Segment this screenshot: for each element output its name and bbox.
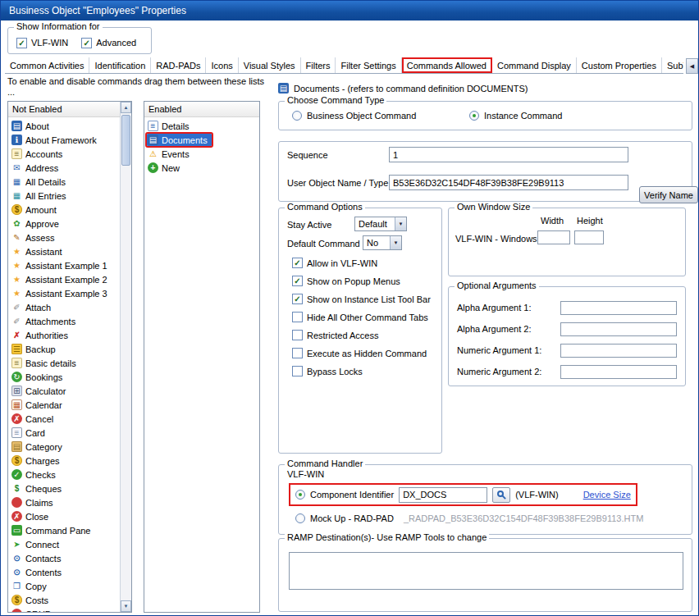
not-enabled-item-amount[interactable]: $Amount: [8, 203, 120, 217]
tab-filter-settings[interactable]: Filter Settings: [336, 57, 401, 73]
selected-command-title: Documents - (refers to command definitio…: [294, 84, 528, 94]
checkbox-show-on-popup-menus[interactable]: ✓Show on Popup Menus: [292, 276, 431, 286]
argument-input-numeric-argument-2[interactable]: [560, 365, 677, 379]
list-item-label: Assistant Example 1: [25, 261, 107, 271]
list-item-label: Contents: [25, 568, 62, 577]
default-command-dropdown[interactable]: No ▼: [363, 235, 402, 250]
not-enabled-item-basic-details[interactable]: ≡Basic details: [8, 356, 120, 370]
not-enabled-item-all-details[interactable]: ▦All Details: [8, 175, 120, 189]
not-enabled-item-checks[interactable]: ✓Checks: [8, 468, 120, 481]
not-enabled-item-approve[interactable]: ✿Approve: [8, 217, 120, 230]
scroll-up-icon[interactable]: ▲: [121, 102, 131, 113]
tab-common-activities[interactable]: Common Activities: [5, 57, 89, 73]
list-item-content: CRUD: [11, 608, 56, 612]
verify-name-button[interactable]: Verify Name: [639, 186, 698, 203]
checkbox-label: Show on Instance List Tool Bar: [307, 294, 431, 304]
tab-icons[interactable]: Icons: [206, 57, 238, 73]
document-icon: ▤: [278, 83, 289, 94]
not-enabled-item-contacts[interactable]: ⊙Contacts: [8, 551, 120, 565]
argument-input-alpha-argument-2[interactable]: [560, 322, 677, 336]
not-enabled-item-backup[interactable]: ☰Backup: [8, 342, 120, 356]
not-enabled-item-calendar[interactable]: ▦Calendar: [8, 398, 120, 412]
window-height-input[interactable]: [574, 230, 604, 244]
envelope-icon: ✉: [11, 162, 22, 173]
ramp-destinations-textarea[interactable]: [289, 552, 683, 590]
enabled-item-events[interactable]: ⚠Events: [144, 147, 259, 161]
checkbox-allow-in-vlf-win[interactable]: ✓Allow in VLF-WIN: [292, 258, 431, 268]
not-enabled-item-costs[interactable]: $Costs: [8, 593, 120, 607]
not-enabled-item-all-entries[interactable]: ▦All Entries: [8, 189, 120, 203]
checkbox-vlf-win[interactable]: ✓ VLF-WIN: [16, 38, 68, 48]
not-enabled-item-assistant-example-2[interactable]: ★Assistant Example 2: [8, 272, 120, 286]
not-enabled-item-authorities[interactable]: ✗Authorities: [8, 328, 120, 342]
not-enabled-item-assistant-example-1[interactable]: ★Assistant Example 1: [8, 258, 120, 272]
list-item-content: ≡Card: [11, 427, 49, 439]
component-identifier-input[interactable]: [399, 487, 487, 503]
not-enabled-item-address[interactable]: ✉Address: [8, 161, 120, 175]
checkbox-advanced[interactable]: ✓ Advanced: [81, 38, 136, 48]
tab-custom-properties[interactable]: Custom Properties: [577, 57, 662, 73]
not-enabled-item-attachments[interactable]: ✐Attachments: [8, 314, 120, 328]
not-enabled-item-category[interactable]: ▤Category: [8, 440, 120, 454]
device-size-link[interactable]: Device Size: [583, 490, 631, 500]
user-object-name-input[interactable]: [389, 175, 628, 190]
argument-input-alpha-argument-1[interactable]: [560, 301, 677, 315]
checkbox-bypass-locks[interactable]: Bypass Locks: [292, 366, 431, 376]
sequence-input[interactable]: [389, 147, 628, 162]
not-enabled-item-bookings[interactable]: ↻Bookings: [8, 370, 120, 384]
not-enabled-item-claims[interactable]: Claims: [8, 495, 120, 509]
enabled-item-details[interactable]: ≡Details: [144, 119, 259, 133]
not-enabled-item-cheques[interactable]: $Cheques: [8, 481, 120, 495]
title-bar[interactable]: Business Object "Employees" Properties: [1, 1, 698, 21]
not-enabled-item-cancel[interactable]: ✗Cancel: [8, 412, 120, 426]
not-enabled-item-connect[interactable]: ➤Connect: [8, 537, 120, 551]
tab-command-display[interactable]: Command Display: [492, 57, 577, 73]
list-item-content: ☰Backup: [11, 343, 60, 355]
tab-visual-styles[interactable]: Visual Styles: [239, 57, 301, 73]
not-enabled-item-contents[interactable]: ⊙Contents: [8, 565, 120, 579]
not-enabled-item-copy[interactable]: ❐Copy: [8, 579, 120, 593]
not-enabled-item-assistant-example-3[interactable]: ★Assistant Example 3: [8, 286, 120, 300]
window-width-input[interactable]: [537, 230, 570, 244]
scroll-thumb[interactable]: [121, 115, 130, 166]
checkbox-box: [292, 348, 303, 358]
tab-rad-pads[interactable]: RAD-PADs: [151, 57, 206, 73]
checkbox-show-on-instance-list-tool-bar[interactable]: ✓Show on Instance List Tool Bar: [292, 294, 431, 304]
list-item-content: ★Assistant Example 1: [11, 259, 112, 271]
tab-scroll-left-button[interactable]: ◀: [686, 58, 698, 74]
checkbox-restricted-access[interactable]: Restricted Access: [292, 330, 431, 340]
radio-instance-command[interactable]: Instance Command: [469, 111, 562, 121]
scroll-down-icon[interactable]: ▼: [121, 600, 131, 612]
radio-component-identifier[interactable]: Component Identifier: [295, 490, 394, 500]
business-object-command-radio-icon: [292, 111, 302, 121]
radio-business-object-command[interactable]: Business Object Command: [292, 111, 416, 121]
not-enabled-item-card[interactable]: ≡Card: [8, 426, 120, 440]
not-enabled-item-close[interactable]: ✗Close: [8, 509, 120, 523]
not-enabled-item-accounts[interactable]: ≡Accounts: [8, 147, 120, 161]
stay-active-dropdown[interactable]: Default ▼: [354, 217, 407, 231]
radio-mockup-rad-pad[interactable]: Mock Up - RAD-PAD: [295, 513, 394, 523]
tab-commands-allowed[interactable]: Commands Allowed: [402, 57, 492, 73]
not-enabled-scrollbar[interactable]: ▲ ▼: [120, 102, 131, 612]
checkbox-hide-all-other-command-tabs[interactable]: Hide All Other Command Tabs: [292, 312, 431, 322]
not-enabled-item-assistant[interactable]: ★Assistant: [8, 244, 120, 258]
not-enabled-item-attach[interactable]: ✐Attach: [8, 300, 120, 314]
component-search-button[interactable]: [492, 487, 510, 503]
not-enabled-item-about[interactable]: ▤About: [8, 119, 120, 133]
checkbox-execute-as-hidden-command[interactable]: Execute as Hidden Command: [292, 348, 431, 358]
magnifier-icon: [497, 491, 504, 497]
tab-subtypes[interactable]: SubTypes: [662, 57, 683, 73]
list-item-label: Events: [162, 149, 190, 159]
argument-input-numeric-argument-1[interactable]: [560, 344, 677, 358]
enabled-item-documents[interactable]: ▤Documents: [144, 133, 259, 147]
not-enabled-item-about-framework[interactable]: ℹAbout Framework: [8, 133, 120, 147]
enabled-item-new[interactable]: +New: [144, 161, 259, 175]
not-enabled-item-command-pane[interactable]: ▭Command Pane: [8, 523, 120, 537]
not-enabled-item-crud[interactable]: CRUD: [8, 607, 120, 612]
list-item-content: ❐Copy: [11, 580, 51, 592]
not-enabled-item-charges[interactable]: $Charges: [8, 454, 120, 468]
tab-filters[interactable]: Filters: [301, 57, 336, 73]
tab-identification[interactable]: Identification: [89, 57, 151, 73]
not-enabled-item-assess[interactable]: ✎Assess: [8, 230, 120, 244]
not-enabled-item-calculator[interactable]: ⊞Calculator: [8, 384, 120, 398]
